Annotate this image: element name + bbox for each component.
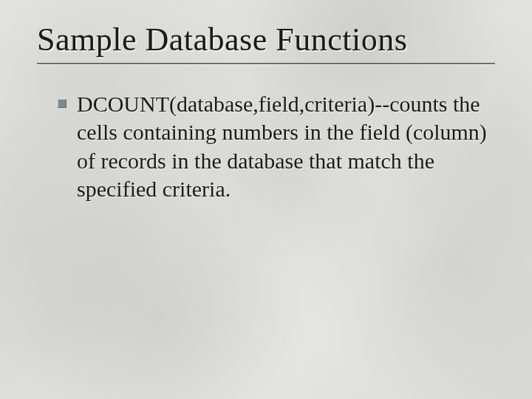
list-item: DCOUNT(database,field,criteria)--counts … bbox=[58, 90, 495, 204]
slide-title: Sample Database Functions bbox=[37, 21, 495, 58]
slide: Sample Database Functions DCOUNT(databas… bbox=[0, 0, 532, 399]
bullet-text: DCOUNT(database,field,criteria)--counts … bbox=[77, 90, 491, 204]
slide-body: DCOUNT(database,field,criteria)--counts … bbox=[37, 90, 495, 204]
title-underline bbox=[37, 63, 495, 65]
square-bullet-icon bbox=[58, 99, 66, 108]
